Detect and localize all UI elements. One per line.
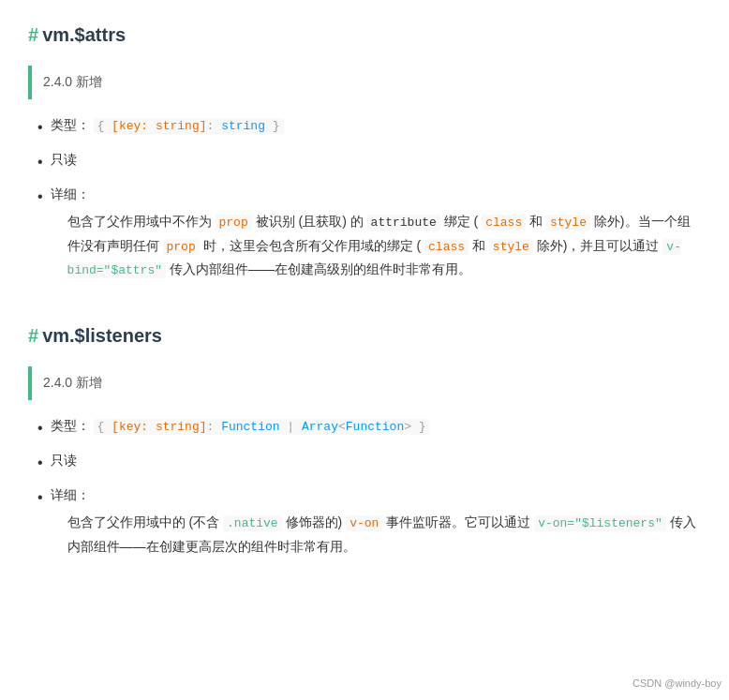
code-vbind-listeners: v-on="$listeners" <box>534 515 666 531</box>
bullet-dot-3: • <box>37 184 43 209</box>
title-text-1: vm.$attrs <box>42 24 126 45</box>
detail-text-1: 包含了父作用域中不作为 prop 被识别 (且获取) 的 attribute 绑… <box>51 210 701 282</box>
type-label-1: 类型： { [key: string]: string } <box>51 114 284 137</box>
version-badge-2: 2.4.0 新增 <box>28 366 701 400</box>
code-style-2: style <box>489 239 533 255</box>
bullet-type-1: • 类型： { [key: string]: string } <box>37 114 701 140</box>
version-badge-1: 2.4.0 新增 <box>28 66 701 99</box>
code-native: .native <box>223 515 282 531</box>
readonly-label-2: 只读 <box>51 450 77 472</box>
section-vm-attrs: #vm.$attrs 2.4.0 新增 • 类型： { [key: string… <box>28 19 701 282</box>
code-class-2: class <box>424 239 469 255</box>
bullet-dot-2: • <box>37 149 43 174</box>
bullet-dot: • <box>37 114 43 140</box>
code-prop: prop <box>216 215 252 231</box>
bullet-detail-2: • 详细： 包含了父作用域中的 (不含 .native 修饰器的) v-on 事… <box>37 484 701 558</box>
hash-icon-1: # <box>28 24 38 45</box>
bullet-dot-5: • <box>37 450 43 475</box>
hash-icon-2: # <box>28 325 38 346</box>
section-title-vm-attrs: #vm.$attrs <box>28 19 701 51</box>
detail-label-2: 详细： 包含了父作用域中的 (不含 .native 修饰器的) v-on 事件监… <box>51 484 701 558</box>
title-text-2: vm.$listeners <box>42 325 162 346</box>
detail-label-1: 详细： 包含了父作用域中不作为 prop 被识别 (且获取) 的 attribu… <box>51 184 701 282</box>
code-class-1: class <box>482 215 526 231</box>
watermark: CSDN @windy-boy <box>632 675 722 693</box>
page-content: #vm.$attrs 2.4.0 新增 • 类型： { [key: string… <box>28 19 701 558</box>
bullet-list-2: • 类型： { [key: string]: Function | Array<… <box>28 415 701 558</box>
bullet-dot-4: • <box>37 415 43 440</box>
code-style-1: style <box>546 215 590 231</box>
bullet-dot-6: • <box>37 484 43 510</box>
type-code-1: { [key: string]: string } <box>94 118 284 134</box>
bullet-readonly-2: • 只读 <box>37 450 701 475</box>
code-vbind-attrs: v-bind="$attrs" <box>67 239 681 279</box>
bullet-list-1: • 类型： { [key: string]: string } • 只读 • 详… <box>28 114 701 282</box>
code-attribute: attribute <box>367 215 440 231</box>
detail-text-2: 包含了父作用域中的 (不含 .native 修饰器的) v-on 事件监听器。它… <box>51 511 701 558</box>
bullet-readonly-1: • 只读 <box>37 149 701 174</box>
bullet-detail-1: • 详细： 包含了父作用域中不作为 prop 被识别 (且获取) 的 attri… <box>37 184 701 282</box>
readonly-label-1: 只读 <box>51 149 77 171</box>
type-label-2: 类型： { [key: string]: Function | Array<Fu… <box>51 415 430 438</box>
code-von: v-on <box>346 515 382 531</box>
code-prop-2: prop <box>163 239 200 255</box>
section-title-vm-listeners: #vm.$listeners <box>28 320 701 351</box>
section-vm-listeners: #vm.$listeners 2.4.0 新增 • 类型： { [key: st… <box>28 320 701 558</box>
bullet-type-2: • 类型： { [key: string]: Function | Array<… <box>37 415 701 440</box>
type-code-2: { [key: string]: Function | Array<Functi… <box>94 419 430 435</box>
